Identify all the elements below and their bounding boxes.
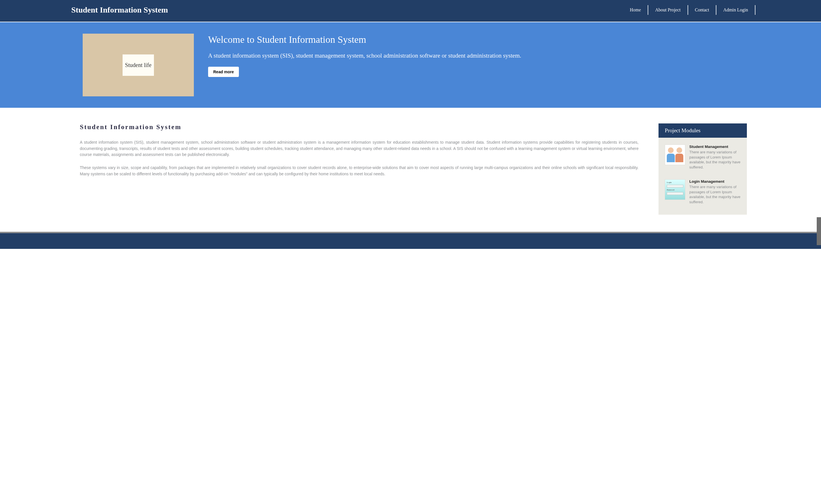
article-paragraph: A student information system (SIS), stud… — [80, 139, 639, 158]
main-nav: Home About Project Contact Admin Login — [623, 5, 755, 15]
people-icon — [665, 145, 685, 165]
hero-image-sign: Student life — [123, 54, 154, 76]
module-desc: There are many variations of passages of… — [689, 150, 741, 170]
nav-home[interactable]: Home — [623, 5, 648, 15]
hero-subheading: A student information system (SIS), stud… — [208, 52, 747, 60]
article: Student Information System A student inf… — [80, 123, 639, 215]
module-student-management[interactable]: Student Management There are many variat… — [665, 145, 741, 170]
main-content: Student Information System A student inf… — [0, 108, 821, 232]
module-body: Login Management There are many variatio… — [689, 179, 741, 204]
nav-about-project[interactable]: About Project — [648, 5, 688, 15]
site-title[interactable]: Student Information System — [71, 5, 168, 15]
sidebar-heading: Project Modules — [659, 123, 747, 138]
hero-text: Welcome to Student Information System A … — [208, 34, 747, 77]
sidebar: Project Modules Student Management There… — [659, 123, 747, 215]
nav-contact[interactable]: Contact — [688, 5, 717, 15]
scrollbar-thumb[interactable] — [817, 217, 821, 245]
sidebar-body: Student Management There are many variat… — [659, 138, 747, 215]
read-more-button[interactable]: Read more — [208, 67, 239, 77]
hero-image: Student life — [83, 34, 194, 96]
hero-heading: Welcome to Student Information System — [208, 34, 747, 46]
top-header: Student Information System Home About Pr… — [0, 0, 821, 22]
module-body: Student Management There are many variat… — [689, 145, 741, 170]
module-desc: There are many variations of passages of… — [689, 184, 741, 204]
module-title: Student Management — [689, 145, 741, 149]
login-thumb-label: Password — [667, 189, 683, 191]
module-login-management[interactable]: Login Password Login Management There ar… — [665, 179, 741, 204]
login-form-icon: Login Password — [665, 179, 685, 200]
scrollbar-track[interactable] — [817, 0, 821, 249]
article-title: Student Information System — [80, 123, 639, 131]
nav-admin-login[interactable]: Admin Login — [716, 5, 755, 15]
module-title: Login Management — [689, 179, 741, 184]
login-thumb-label: Login — [667, 181, 683, 184]
article-paragraph: These systems vary in size, scope and ca… — [80, 165, 639, 177]
hero-section: Student life Welcome to Student Informat… — [0, 22, 821, 108]
footer — [0, 232, 821, 249]
